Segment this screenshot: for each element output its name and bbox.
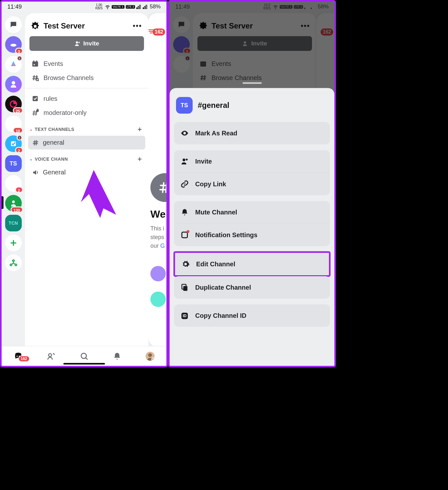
events-item[interactable]: Events: [28, 57, 145, 71]
peek-badge: 162: [153, 28, 165, 36]
browse-channels-item[interactable]: Browse Channels: [28, 71, 145, 85]
server-icon-8[interactable]: 2: [5, 175, 22, 192]
group-5: Duplicate Channel: [174, 276, 330, 299]
svg-point-16: [16, 356, 18, 357]
row-notif[interactable]: Notification Settings: [174, 223, 330, 246]
server-icon-1[interactable]: 3: [5, 36, 22, 53]
server-icon-3[interactable]: [5, 76, 22, 92]
svg-point-3: [12, 200, 15, 203]
gear-icon: [181, 260, 190, 268]
row-invite[interactable]: Invite: [174, 150, 330, 173]
chat-peek: 162 We This i steps our G: [148, 13, 166, 347]
row-invite-label: Invite: [195, 158, 212, 165]
channel-hero-icon: [150, 173, 168, 202]
group-1: Mark As Read: [174, 122, 330, 144]
row-duplicate[interactable]: Duplicate Channel: [174, 276, 330, 299]
bell-icon: [180, 208, 189, 216]
svg-point-19: [81, 353, 86, 358]
server-icon-10[interactable]: TCN: [5, 215, 22, 231]
server-icon-5[interactable]: 10: [5, 116, 22, 132]
rules-icon: [31, 95, 39, 102]
nav-home[interactable]: 162: [14, 352, 23, 361]
add-channel-icon[interactable]: +: [137, 125, 142, 134]
sheet-handle[interactable]: [243, 82, 262, 84]
server-rail[interactable]: 3 🔇 25 10 🔇 2 TS: [2, 12, 25, 347]
pinned-rules[interactable]: rules: [28, 92, 145, 106]
status-time: 11:49: [7, 4, 22, 10]
chevron-down-icon: ⌄: [29, 127, 33, 132]
nav-home-badge: 162: [18, 356, 30, 362]
server-icon-9[interactable]: 120: [5, 195, 22, 212]
voice-channel-label: General: [43, 169, 66, 176]
svg-point-7: [76, 41, 78, 44]
row-copy-link[interactable]: Copy Link: [174, 173, 330, 195]
server-badge-5: 10: [13, 127, 23, 133]
browse-icon: [31, 74, 39, 82]
svg-rect-9: [32, 61, 38, 63]
add-server-button[interactable]: [5, 235, 22, 251]
group-4-highlighted: Edit Channel: [173, 251, 331, 277]
chevron-down-icon: ⌄: [29, 157, 33, 161]
server-icon-6[interactable]: 🔇 2: [5, 135, 22, 152]
peek-card2: [150, 292, 166, 307]
svg-point-0: [12, 81, 15, 84]
add-channel-icon[interactable]: +: [137, 155, 142, 164]
sheet-avatar: TS: [176, 97, 193, 114]
category-text-label: TEXT CHANNELS: [35, 127, 75, 132]
server-badge-4: 25: [13, 107, 23, 114]
nav-notifications[interactable]: [113, 352, 122, 361]
voice-channel-general[interactable]: General: [28, 165, 145, 179]
row-notif-label: Notification Settings: [195, 231, 257, 239]
row-duplicate-label: Duplicate Channel: [195, 284, 251, 291]
more-icon[interactable]: •••: [133, 22, 142, 30]
row-edit-label: Edit Channel: [196, 261, 235, 268]
category-voice-label: VOICE CHANN: [35, 157, 68, 162]
svg-rect-24: [182, 232, 187, 237]
svg-point-20: [148, 353, 152, 357]
nav-search[interactable]: [80, 352, 89, 361]
row-mark-read-label: Mark As Read: [195, 130, 237, 137]
svg-point-18: [48, 353, 51, 356]
right-screenshot: 11:49 16.0KB/S VoLTE 1 LTE 2 58% 3 🔇 Tes…: [168, 0, 336, 367]
svg-point-6: [15, 264, 16, 266]
group-6: ID Copy Channel ID: [174, 304, 330, 327]
channel-general-label: general: [43, 139, 64, 146]
pinned-moderator[interactable]: moderator-only: [28, 106, 145, 120]
row-edit-channel[interactable]: Edit Channel: [175, 253, 329, 275]
svg-rect-10: [33, 60, 34, 62]
channel-general[interactable]: general: [28, 136, 145, 149]
dm-button[interactable]: [5, 16, 22, 33]
group-3: Mute Channel Notification Settings: [174, 201, 330, 246]
separator: [25, 88, 148, 88]
status-battery: 58%: [150, 4, 161, 10]
row-mark-read[interactable]: Mark As Read: [174, 122, 330, 144]
svg-point-12: [34, 64, 35, 65]
server-icon-2[interactable]: 🔇: [5, 56, 22, 73]
category-voice[interactable]: ⌄ VOICE CHANN +: [28, 149, 145, 165]
peek-welcome: We: [150, 208, 165, 220]
muted-icon: 🔇: [17, 55, 22, 61]
server-icon-selected[interactable]: TS: [5, 155, 22, 172]
invite-button[interactable]: Invite: [29, 36, 144, 51]
server-icon-4[interactable]: 25: [5, 96, 22, 112]
discover-button[interactable]: [5, 254, 22, 271]
nav-friends[interactable]: [47, 352, 56, 361]
signal1-icon: [136, 4, 141, 9]
hash-icon: [32, 139, 39, 146]
svg-rect-15: [36, 110, 39, 112]
home-indicator: [63, 363, 105, 365]
row-mute[interactable]: Mute Channel: [174, 201, 330, 223]
lte1-icon: VoLTE 1: [112, 5, 124, 9]
add-user-icon: [180, 157, 189, 165]
svg-point-13: [36, 78, 38, 81]
group-2: Invite Copy Link: [174, 150, 330, 195]
server-title[interactable]: Test Server: [44, 21, 133, 30]
category-text[interactable]: ⌄ TEXT CHANNELS +: [28, 120, 145, 136]
speaker-icon: [32, 169, 39, 176]
row-copy-id[interactable]: ID Copy Channel ID: [174, 304, 330, 327]
nav-profile[interactable]: [146, 352, 155, 361]
server-badge-6: 2: [15, 147, 23, 153]
svg-rect-25: [183, 286, 188, 291]
browse-label: Browse Channels: [44, 74, 94, 82]
server-badge-8: 2: [15, 187, 23, 193]
